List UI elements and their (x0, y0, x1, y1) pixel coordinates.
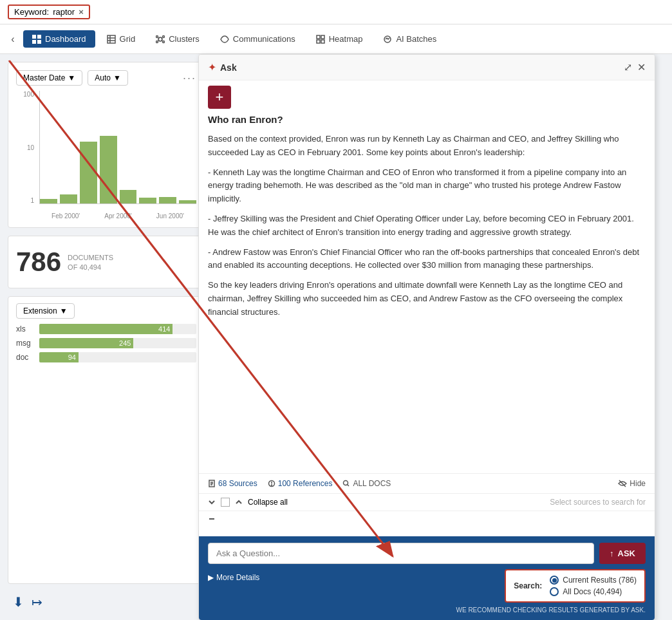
bar-5 (120, 190, 137, 203)
stats-labels: DOCUMENTS OF 40,494 (68, 253, 113, 270)
radio-current-results[interactable]: Current Results (786) (550, 576, 637, 585)
x-label-feb: Feb 2000' (51, 212, 80, 220)
extension-label: Extension (23, 306, 57, 315)
master-date-label: Master Date (23, 73, 65, 82)
collapse-checkbox[interactable] (221, 498, 230, 507)
y-label-1: 1 (30, 197, 34, 204)
ask-question: Who ran Enron? (208, 114, 646, 125)
ask-close-button[interactable]: ✕ (637, 61, 646, 73)
nav-back-button[interactable]: ‹ (5, 32, 21, 47)
tab-ai-batches-label: AI Batches (396, 34, 436, 44)
tab-clusters[interactable]: Clusters (147, 30, 209, 48)
ext-xls-count: 414 (149, 325, 173, 333)
auto-label: Auto (95, 73, 111, 82)
keyword-label: Keyword: (14, 7, 49, 17)
collapse-all-label[interactable]: Collapse all (248, 498, 288, 507)
hide-icon (618, 479, 627, 488)
action-icons: ⬇ ↦ (8, 592, 205, 612)
nav-bar: ‹ Dashboard Grid Clusters Communications… (0, 24, 672, 54)
more-details-toggle[interactable]: ▶ More Details (208, 573, 259, 582)
svg-rect-20 (321, 40, 324, 43)
ask-question-input[interactable] (208, 543, 594, 564)
tab-communications[interactable]: Communications (211, 30, 304, 48)
all-docs: ALL DOCS (342, 479, 391, 488)
x-label-jun: Jun 2000' (156, 212, 184, 220)
bar-6 (139, 198, 156, 203)
ask-panel: ✦ Ask ⤢ ✕ + Who ran Enron? Based on the … (198, 54, 655, 620)
ext-item-doc: doc 94 (16, 352, 196, 362)
tab-dashboard[interactable]: Dashboard (23, 30, 95, 48)
tab-heatmap[interactable]: Heatmap (307, 30, 372, 48)
chart-area: 100 10 1 Feb 2000' Apr 2000' (16, 91, 196, 220)
extension-chevron: ▼ (60, 306, 68, 315)
answer-point1: - Kenneth Lay was the longtime Chairman … (208, 166, 646, 206)
extension-card: Extension ▼ xls 414 msg 245 (8, 296, 205, 584)
extension-filter[interactable]: Extension ▼ (16, 303, 75, 319)
search-icon (342, 480, 350, 487)
svg-rect-3 (37, 40, 41, 44)
export-button[interactable]: ↦ (32, 594, 42, 610)
auto-chevron: ▼ (113, 73, 121, 82)
svg-line-14 (162, 38, 163, 39)
tab-heatmap-label: Heatmap (329, 34, 363, 44)
chart-bars (39, 91, 196, 204)
hide-label: Hide (630, 479, 646, 488)
ext-xls-bar: 414 (39, 324, 196, 334)
ext-item-xls: xls 414 (16, 324, 196, 334)
svg-rect-4 (107, 35, 115, 43)
tab-dashboard-label: Dashboard (45, 34, 86, 44)
ask-up-arrow: ↑ (610, 549, 614, 558)
references-link[interactable]: 100 References (278, 479, 333, 488)
ask-panel-title: Ask (220, 62, 237, 73)
tab-communications-label: Communications (233, 34, 295, 44)
svg-rect-0 (32, 35, 36, 39)
ask-header-actions: ⤢ ✕ (624, 61, 646, 73)
master-date-filter[interactable]: Master Date ▼ (16, 70, 82, 86)
svg-point-28 (271, 485, 272, 485)
y-label-100: 100 (23, 91, 34, 98)
references-count: 100 References (268, 479, 333, 488)
ask-body: Who ran Enron? Based on the context prov… (199, 114, 655, 473)
chart-menu[interactable]: ··· (183, 71, 196, 85)
radio-current-dot (550, 576, 559, 585)
grid-icon (32, 35, 41, 44)
ask-expand-button[interactable]: ⤢ (624, 61, 632, 73)
search-label: Search: (514, 581, 542, 590)
download-button[interactable]: ⬇ (13, 594, 24, 610)
left-panel: Master Date ▼ Auto ▼ ··· 100 10 1 (0, 54, 212, 620)
chevron-up-icon (235, 498, 243, 506)
bar-7 (159, 197, 176, 204)
keyword-tag[interactable]: Keyword: raptor × (8, 5, 90, 19)
keyword-bar: Keyword: raptor × (0, 0, 672, 24)
keyword-close-button[interactable]: × (79, 7, 84, 17)
svg-rect-1 (37, 35, 41, 39)
more-details-label: More Details (216, 573, 259, 582)
svg-point-9 (156, 35, 158, 37)
radio-current-label: Current Results (786) (563, 576, 637, 585)
search-options-container: Search: Current Results (786) All Docs (… (505, 569, 646, 603)
svg-point-10 (163, 35, 165, 37)
bar-1 (40, 199, 57, 203)
svg-rect-2 (32, 40, 36, 44)
sources-bar: 68 Sources 100 References ALL DOCS Hide (199, 473, 655, 493)
keyword-value: raptor (53, 7, 75, 17)
radio-all-docs[interactable]: All Docs (40,494) (550, 587, 637, 596)
ask-input-row: ↑ ASK (208, 543, 646, 564)
ask-add-button[interactable]: + (208, 86, 231, 109)
tab-grid[interactable]: Grid (98, 30, 145, 48)
tab-ai-batches[interactable]: AI Batches (374, 30, 445, 48)
chart-y-labels: 100 10 1 (16, 91, 37, 204)
svg-point-12 (163, 41, 165, 42)
all-docs-label: ALL DOCS (353, 479, 391, 488)
ext-msg-count: 245 (110, 339, 133, 347)
tab-clusters-label: Clusters (169, 34, 200, 44)
sources-link[interactable]: 68 Sources (218, 479, 257, 488)
documents-label: DOCUMENTS (68, 253, 113, 263)
more-details-chevron: ▶ (208, 573, 214, 582)
ask-submit-button[interactable]: ↑ ASK (599, 543, 646, 564)
hide-button[interactable]: Hide (618, 479, 646, 488)
auto-filter[interactable]: Auto ▼ (88, 70, 128, 86)
ask-panel-header: ✦ Ask ⤢ ✕ (199, 55, 655, 80)
svg-line-16 (162, 40, 163, 41)
bar-4 (100, 136, 117, 203)
